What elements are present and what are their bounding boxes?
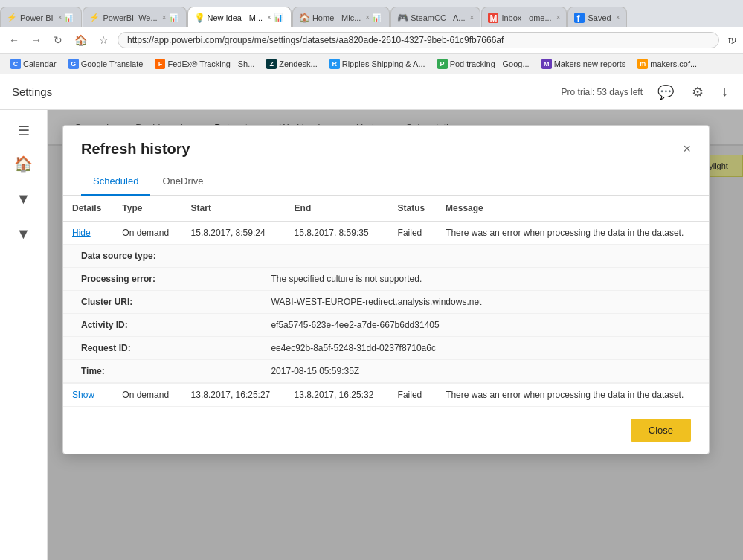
address-input[interactable] (118, 32, 719, 48)
modal-tab-scheduled[interactable]: Scheduled (81, 170, 150, 196)
tab-label6: Inbox - ome... (501, 13, 551, 22)
ripples-icon: R (329, 59, 340, 69)
modal-title: Refresh history (81, 141, 190, 158)
refresh-button[interactable]: ↻ (51, 33, 65, 48)
table-header-row: Details Type Start End Status Message (63, 196, 709, 222)
tab-home[interactable]: 🏠 Home - Mic... × 📊 (292, 7, 390, 27)
tab-label2: PowerBI_We... (103, 13, 157, 22)
cell-message-2: There was an error when processing the d… (437, 384, 709, 407)
modal-tab-onedrive[interactable]: OneDrive (150, 170, 215, 196)
cell-end-1: 15.8.2017, 8:59:35 (286, 222, 389, 245)
sidebar: ☰ 🏠 ▼ ▼ (0, 110, 48, 560)
time-label: Time: (63, 360, 262, 383)
detail-request-row: Request ID: ee4ec92b-8a5f-5248-31dd-0237… (63, 337, 709, 360)
app-title: Settings (12, 86, 52, 98)
tab-icon-new-idea: 💡 (194, 13, 205, 23)
detail-processing-row: Processing error: The specified culture … (63, 268, 709, 291)
activity-value: ef5a5745-623e-4ee2-a7de-667b6dd31405 (262, 314, 709, 337)
browser-chrome: ⚡ Power BI × 📊 ⚡ PowerBI_We... × 📊 💡 New… (0, 0, 743, 74)
tab-new-idea[interactable]: 💡 New Idea - M... × 📊 (187, 7, 292, 27)
refresh-history-modal: Refresh history × Scheduled OneDrive (62, 125, 710, 454)
header-right: Pro trial: 53 days left 💬 ⚙ ↓ (562, 81, 731, 103)
hide-link[interactable]: Hide (72, 228, 91, 238)
sidebar-expand-icon[interactable]: ▼ (7, 181, 40, 216)
tab-close[interactable]: × (58, 13, 62, 22)
back-button[interactable]: ← (6, 33, 22, 48)
tab-chart-icon: 📊 (64, 13, 73, 22)
show-link[interactable]: Show (72, 390, 94, 400)
sidebar-expand2-icon[interactable]: ▼ (7, 216, 40, 251)
bookmarks-bar: C Calendar G Google Translate F FedEx® T… (0, 54, 743, 74)
modal-footer: Close (63, 407, 709, 454)
close-button[interactable]: Close (631, 419, 691, 442)
modal-tab-onedrive-label: OneDrive (162, 176, 203, 187)
cell-status-2: Failed (389, 384, 437, 407)
tab-label4: Home - Mic... (312, 13, 361, 22)
cell-message-1: There was an error when processing the d… (437, 222, 709, 245)
bookmark-calendar[interactable]: C Calendar (6, 57, 61, 71)
tab-icon-inbox: M (488, 13, 498, 23)
main-content: General Dashboards Datasets Workbooks Al… (48, 110, 743, 560)
tab-icon-saved: f (574, 13, 585, 23)
download-icon-button[interactable]: ↓ (718, 81, 731, 103)
sidebar-home-icon[interactable]: 🏠 (5, 146, 42, 181)
bookmark-google-translate[interactable]: G Google Translate (64, 57, 148, 71)
tab-close3[interactable]: × (267, 13, 271, 22)
table-scroll-area[interactable]: Details Type Start End Status Message (63, 196, 709, 407)
tab-powerbi2[interactable]: ⚡ PowerBI_We... × 📊 (83, 7, 186, 27)
modal-close-x-button[interactable]: × (683, 141, 691, 157)
forward-button[interactable]: → (28, 33, 45, 48)
bookmark-translate-label: Google Translate (81, 59, 144, 68)
bookmark-makers[interactable]: M Makers new reports (537, 57, 631, 71)
datasource-value (262, 245, 709, 268)
col-status: Status (389, 196, 437, 222)
detail-cluster-row: Cluster URI: WABI-WEST-EUROPE-redirect.a… (63, 291, 709, 314)
refresh-history-table: Details Type Start End Status Message (63, 196, 709, 407)
datasource-label: Data source type: (63, 245, 262, 268)
modal-overlay: Refresh history × Scheduled OneDrive (48, 110, 743, 560)
tab-close6[interactable]: × (556, 13, 561, 22)
col-details: Details (63, 196, 113, 222)
address-bar: ← → ↻ 🏠 ☆ עז (0, 27, 743, 54)
tab-icon-steam: 🎮 (397, 13, 408, 23)
makers-icon: M (541, 59, 552, 69)
tab-steam[interactable]: 🎮 SteamCC - A... × (390, 7, 480, 27)
tab-saved[interactable]: f Saved × (567, 7, 627, 27)
tab-close5[interactable]: × (470, 13, 475, 22)
processing-label: Processing error: (63, 268, 262, 291)
bookmark-pod-label: Pod tracking - Goog... (450, 59, 530, 68)
star-button[interactable]: ☆ (96, 33, 112, 48)
request-label: Request ID: (63, 337, 262, 360)
col-end: End (286, 196, 389, 222)
sidebar-expand-button[interactable]: ☰ (9, 116, 39, 146)
bookmark-makerscof[interactable]: m makers.cof... (633, 57, 701, 71)
bookmark-ripples[interactable]: R Ripples Shipping & A... (325, 57, 430, 71)
modal-header: Refresh history × (63, 126, 709, 170)
cell-type-1: On demand (113, 222, 181, 245)
tab-close7[interactable]: × (616, 13, 620, 22)
tab-label7: Saved (588, 13, 611, 22)
calendar-icon: C (10, 59, 21, 69)
gear-icon-button[interactable]: ⚙ (689, 81, 707, 103)
bookmark-makers-label: Makers new reports (554, 59, 626, 68)
tab-close2[interactable]: × (162, 13, 167, 22)
bookmark-pod[interactable]: P Pod tracking - Goog... (433, 57, 534, 71)
tab-powerbi[interactable]: ⚡ Power BI × 📊 (0, 7, 82, 27)
tab-label3: New Idea - M... (208, 13, 263, 22)
rtl-text: עז (728, 35, 737, 45)
tab-label5: SteamCC - A... (411, 13, 465, 22)
google-translate-icon: G (68, 59, 79, 69)
bookmark-zendesk[interactable]: Z Zendesk... (262, 57, 321, 71)
app-header: Settings Pro trial: 53 days left 💬 ⚙ ↓ (0, 74, 743, 110)
fedex-icon: F (155, 59, 165, 69)
tab-label: Power BI (20, 13, 54, 22)
activity-label: Activity ID: (63, 314, 262, 337)
processing-value: The specified culture is not supported. (262, 268, 709, 291)
message-icon-button[interactable]: 💬 (654, 81, 677, 103)
cell-type-2: On demand (113, 384, 181, 407)
bookmark-fedex[interactable]: F FedEx® Tracking - Sh... (150, 57, 259, 71)
request-value: ee4ec92b-8a5f-5248-31dd-0237f8710a6c (262, 337, 709, 360)
home-button[interactable]: 🏠 (71, 33, 90, 48)
tab-close4[interactable]: × (365, 13, 370, 22)
tab-inbox[interactable]: M Inbox - ome... × (481, 7, 567, 27)
